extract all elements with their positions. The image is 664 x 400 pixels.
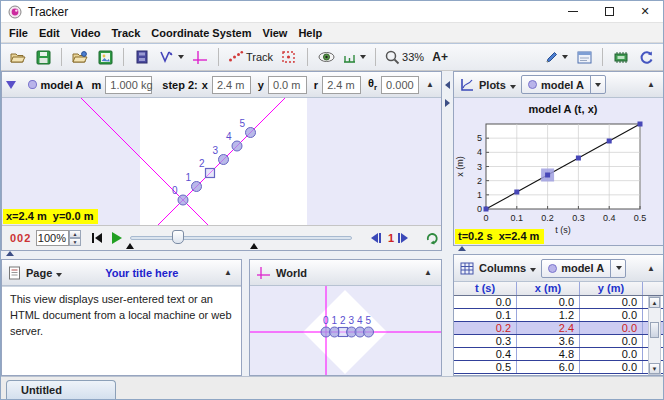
- step-forward-button[interactable]: [398, 232, 409, 244]
- save-button[interactable]: [32, 46, 54, 68]
- column-header[interactable]: y (m): [580, 282, 643, 295]
- table-track-dropdown[interactable]: model A: [541, 259, 626, 278]
- spinner-up-icon[interactable]: ▲: [69, 230, 81, 238]
- step-point[interactable]: [192, 182, 202, 192]
- step-size[interactable]: 1: [388, 232, 394, 244]
- font-size-button[interactable]: A+: [429, 46, 451, 68]
- clip-settings-button[interactable]: [131, 46, 153, 68]
- column-header[interactable]: t (s): [454, 282, 517, 295]
- plot-canvas[interactable]: 00.10.20.30.40.5012345model A (t, x)t (s…: [454, 98, 664, 245]
- collapse-world-button[interactable]: ▲: [421, 268, 435, 277]
- split-divider-horizontal[interactable]: [1, 251, 442, 259]
- menu-track[interactable]: Track: [112, 27, 141, 39]
- minimize-button[interactable]: [555, 1, 591, 22]
- export-zip-button[interactable]: [94, 46, 116, 68]
- plot-track-dropdown[interactable]: model A: [521, 75, 606, 94]
- collapse-page-button[interactable]: ▲: [221, 268, 235, 277]
- scroll-down-icon[interactable]: ▼: [649, 363, 660, 374]
- zoom-button[interactable]: 33%: [383, 46, 426, 68]
- maximize-button[interactable]: [591, 1, 627, 22]
- table-scrollbar[interactable]: ▲ ▼: [648, 296, 661, 375]
- step-back-button[interactable]: [370, 232, 381, 244]
- loop-button[interactable]: [426, 231, 439, 245]
- world-view-canvas[interactable]: 012345: [250, 286, 441, 375]
- close-button[interactable]: ✕: [627, 1, 663, 22]
- open-library-button[interactable]: [69, 46, 91, 68]
- menu-view[interactable]: View: [263, 27, 288, 39]
- track-menu-icon[interactable]: [6, 81, 16, 89]
- axes-button[interactable]: [189, 46, 211, 68]
- track-control-button[interactable]: [278, 46, 300, 68]
- data-point[interactable]: [607, 139, 612, 144]
- memory-button[interactable]: [610, 46, 632, 68]
- column-header[interactable]: x (m): [517, 282, 580, 295]
- menu-video[interactable]: Video: [71, 27, 101, 39]
- data-point[interactable]: [484, 207, 489, 212]
- table-row[interactable]: 0.11.20.0: [454, 309, 664, 322]
- split-divider-main[interactable]: [442, 71, 453, 376]
- scroll-up-icon[interactable]: ▲: [649, 297, 660, 308]
- dropdown-arrow-button[interactable]: [610, 260, 625, 277]
- play-button[interactable]: [112, 232, 122, 244]
- menu-help[interactable]: Help: [298, 27, 322, 39]
- drawings-button[interactable]: [542, 46, 570, 68]
- table-row[interactable]: 0.33.60.0: [454, 335, 664, 348]
- step-point-selected[interactable]: [206, 169, 215, 178]
- open-button[interactable]: [7, 46, 29, 68]
- scrollbar-thumb[interactable]: [650, 322, 659, 338]
- r-field[interactable]: 2.4 m: [322, 76, 361, 94]
- rate-spinner[interactable]: ▲ ▼: [69, 230, 81, 246]
- page-tab-title[interactable]: Your title here: [67, 267, 216, 279]
- track-name-label[interactable]: model A: [41, 79, 84, 91]
- slider-thumb[interactable]: [172, 230, 184, 244]
- data-point[interactable]: [514, 190, 519, 195]
- spinner-down-icon[interactable]: ▼: [69, 238, 81, 246]
- page-body-text[interactable]: This view displays user-entered text or …: [2, 286, 241, 375]
- split-divider-vertical[interactable]: [242, 259, 249, 376]
- calibration-tools-button[interactable]: [156, 46, 186, 68]
- page-menu-button[interactable]: Page: [26, 267, 62, 279]
- expand-right-icon[interactable]: [445, 99, 450, 107]
- table-row[interactable]: 0.44.80.0: [454, 348, 664, 361]
- step-point[interactable]: [246, 128, 256, 138]
- step-point[interactable]: [178, 195, 188, 205]
- notes-button[interactable]: [573, 46, 595, 68]
- reset-button[interactable]: [92, 232, 102, 244]
- plots-menu-button[interactable]: Plots: [479, 79, 516, 91]
- mass-field[interactable]: 1.000 kg: [105, 76, 152, 94]
- tab-untitled[interactable]: Untitled: [6, 380, 116, 399]
- step-point[interactable]: [364, 327, 374, 337]
- expand-left-icon[interactable]: [445, 81, 450, 89]
- new-track-button[interactable]: Track: [226, 46, 275, 68]
- visibility-button[interactable]: [315, 46, 337, 68]
- table-row[interactable]: 0.00.00.0: [454, 296, 664, 309]
- rate-field[interactable]: 100%: [36, 230, 69, 246]
- table-row[interactable]: 0.22.40.0: [454, 322, 664, 335]
- out-point-marker[interactable]: [250, 243, 258, 249]
- scrub-slider[interactable]: [130, 236, 352, 240]
- trail-settings-button[interactable]: [340, 46, 368, 68]
- y-field[interactable]: 0.0 m: [268, 76, 307, 94]
- data-point[interactable]: [576, 156, 581, 161]
- theta-field[interactable]: 0.000: [381, 76, 419, 94]
- step-point[interactable]: [219, 155, 229, 165]
- in-point-marker[interactable]: [126, 243, 134, 249]
- table-row[interactable]: 0.56.00.0: [454, 361, 664, 374]
- collapse-track-bar-button[interactable]: ▲: [423, 80, 437, 89]
- data-point[interactable]: [545, 173, 550, 178]
- step-point[interactable]: [232, 141, 242, 151]
- split-divider-horizontal[interactable]: [453, 246, 664, 254]
- expand-up-icon[interactable]: [6, 251, 14, 256]
- video-view[interactable]: 012345 x=2.4 m y=0.0 m: [2, 98, 441, 225]
- columns-menu-button[interactable]: Columns: [479, 262, 536, 274]
- menu-coordinate-system[interactable]: Coordinate System: [151, 27, 251, 39]
- data-point[interactable]: [638, 122, 643, 127]
- x-field[interactable]: 2.4 m: [212, 76, 251, 94]
- dropdown-arrow-button[interactable]: [590, 76, 605, 93]
- menu-file[interactable]: File: [9, 27, 28, 39]
- collapse-table-button[interactable]: ▲: [644, 264, 658, 273]
- expand-up-icon[interactable]: [458, 246, 466, 251]
- refresh-button[interactable]: [635, 46, 657, 68]
- collapse-plot-button[interactable]: ▲: [644, 80, 658, 89]
- menu-edit[interactable]: Edit: [39, 27, 60, 39]
